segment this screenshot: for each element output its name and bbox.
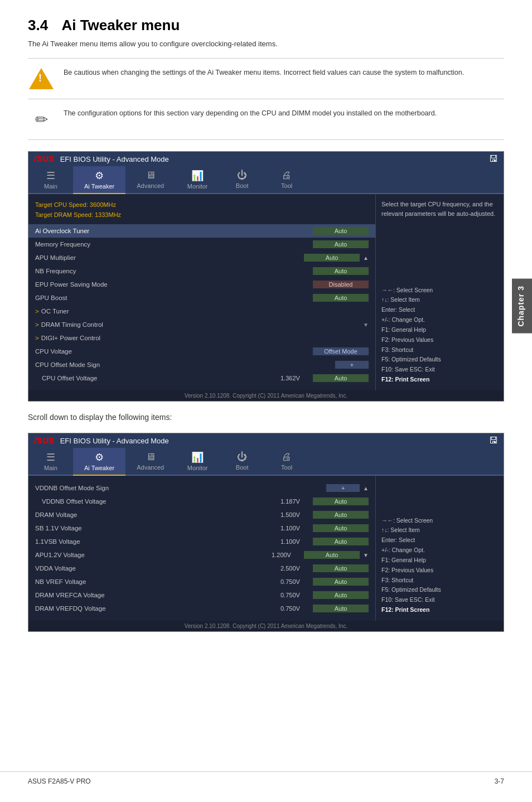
note-icon: ✏	[28, 106, 55, 133]
bios2-item-1vsb-voltage[interactable]: 1.1VSB Voltage 1.100V Auto	[28, 535, 375, 548]
bios2-item-vddnb-voltage[interactable]: VDDNB Offset Voltage 1.187V Auto	[28, 495, 375, 508]
bios-item-dram-timing[interactable]: > DRAM Timing Control ▼	[28, 318, 375, 331]
bios2-item-vddnb-sign[interactable]: VDDNB Offset Mode Sign + ▲	[28, 481, 375, 495]
bios2-item-sb-voltage[interactable]: SB 1.1V Voltage 1.100V Auto	[28, 521, 375, 535]
scroll-label: Scroll down to display the following ite…	[28, 413, 504, 422]
nav-advanced[interactable]: 🖥 Advanced	[125, 166, 175, 193]
bios-item-nb-frequency[interactable]: NB Frequency Auto	[28, 264, 375, 278]
nav-boot[interactable]: ⏻ Boot	[220, 166, 264, 193]
bios2-nav-monitor[interactable]: 📊 Monitor	[175, 448, 220, 475]
bios-item-memory-frequency[interactable]: Memory Frequency Auto	[28, 238, 375, 251]
bios-footer-2: Version 2.10.1208. Copyright (C) 2011 Am…	[28, 621, 504, 631]
bios2-main-content: VDDNB Offset Mode Sign + ▲ VDDNB Offset …	[28, 476, 504, 621]
bios2-menu-left: VDDNB Offset Mode Sign + ▲ VDDNB Offset …	[28, 476, 375, 621]
bios2-menu-items: VDDNB Offset Mode Sign + ▲ VDDNB Offset …	[28, 481, 375, 615]
bios2-titlebar: /SUS EFI BIOS Utility - Advanced Mode 🖫	[28, 433, 504, 448]
bios2-nav-advanced[interactable]: 🖥 Advanced	[125, 448, 175, 475]
note-notice: ✏ The configuration options for this sec…	[28, 99, 504, 140]
bios2-item-apu12v[interactable]: APU1.2V Voltage 1.200V Auto ▼	[28, 548, 375, 562]
bios-item-cpu-offset-voltage[interactable]: CPU Offset Voltage 1.362V Auto	[28, 371, 375, 385]
bios-main-content: Target CPU Speed: 3600MHz Target DRAM Sp…	[28, 194, 504, 390]
bios2-item-dram-vrefdq[interactable]: DRAM VREFDQ Voltage 0.750V Auto	[28, 602, 375, 615]
footer-right: 3-7	[495, 777, 504, 785]
warning-text: Be cautious when changing the settings o…	[64, 65, 464, 78]
bios-titlebar: /SUS EFI BIOS Utility - Advanced Mode 🖫	[28, 152, 504, 166]
bios-content-row: Ai Overclock Tuner Auto Memory Frequency…	[28, 224, 375, 385]
bios2-item-vdda[interactable]: VDDA Voltage 2.500V Auto	[28, 562, 375, 575]
target-dram-speed: Target DRAM Speed: 1333MHz	[28, 210, 375, 220]
bios2-item-nb-vref[interactable]: NB VREF Voltage 0.750V Auto	[28, 575, 375, 588]
bios-footer-1: Version 2.10.1208. Copyright (C) 2011 Am…	[28, 390, 504, 401]
nav-main[interactable]: ☰ Main	[28, 166, 73, 193]
bios2-nav-main[interactable]: ☰ Main	[28, 448, 73, 475]
bios-help: →←: Select Screen ↑↓: Select Item Enter:…	[381, 286, 498, 385]
bios2-asus-logo: /SUS	[34, 436, 55, 445]
bios2-nav-tool[interactable]: 🖨 Tool	[264, 448, 309, 475]
bios-menu-items: Ai Overclock Tuner Auto Memory Frequency…	[28, 224, 375, 385]
bios-item-cpu-voltage[interactable]: CPU Voltage Offset Mode	[28, 345, 375, 358]
bios2-item-dram-vrefca[interactable]: DRAM VREFCA Voltage 0.750V Auto	[28, 588, 375, 602]
bios-item-cpu-offset-sign[interactable]: CPU Offset Mode Sign +	[28, 358, 375, 371]
warning-notice: Be cautious when changing the settings o…	[28, 58, 504, 99]
section-description: The Ai Tweaker menu items allow you to c…	[28, 40, 504, 48]
bios2-help: →←: Select Screen ↑↓: Select Item Enter:…	[381, 516, 498, 615]
usb-icon: 🖫	[489, 154, 498, 164]
bios2-usb-icon: 🖫	[489, 436, 498, 446]
nav-monitor[interactable]: 📊 Monitor	[175, 166, 220, 193]
bios-right-panel: Select the target CPU frequency, and the…	[375, 194, 504, 390]
asus-logo: /SUS	[34, 154, 55, 163]
bios2-title: EFI BIOS Utility - Advanced Mode	[60, 437, 169, 445]
bios-screenshot-1: /SUS EFI BIOS Utility - Advanced Mode 🖫 …	[28, 151, 504, 402]
bios-item-oc-tuner[interactable]: > OC Tuner	[28, 305, 375, 318]
bios-item-digi-power[interactable]: > DIGI+ Power Control	[28, 331, 375, 345]
bios-screenshot-2: /SUS EFI BIOS Utility - Advanced Mode 🖫 …	[28, 433, 504, 632]
chapter-sidebar: Chapter 3	[512, 279, 532, 334]
bios-item-ai-overclock[interactable]: Ai Overclock Tuner Auto	[28, 224, 375, 238]
bios2-nav-ai-tweaker[interactable]: ⚙ Ai Tweaker	[73, 448, 125, 476]
footer-left: ASUS F2A85-V PRO	[28, 777, 91, 785]
bios-menu-left: Target CPU Speed: 3600MHz Target DRAM Sp…	[28, 194, 375, 390]
warning-icon	[28, 65, 55, 92]
bios-item-gpu-boost[interactable]: GPU Boost Auto	[28, 291, 375, 305]
target-cpu-speed: Target CPU Speed: 3600MHz	[28, 200, 375, 210]
nav-tool[interactable]: 🖨 Tool	[264, 166, 309, 193]
bios-right-info: Select the target CPU frequency, and the…	[381, 200, 498, 218]
bios2-item-dram-voltage[interactable]: DRAM Voltage 1.500V Auto	[28, 508, 375, 521]
bios2-nav: ☰ Main ⚙ Ai Tweaker 🖥 Advanced 📊 Monitor…	[28, 448, 504, 476]
bios2-right-panel: →←: Select Screen ↑↓: Select Item Enter:…	[375, 476, 504, 621]
bios-nav: ☰ Main ⚙ Ai Tweaker 🖥 Advanced 📊 Monitor…	[28, 166, 504, 194]
bios-item-epu-power[interactable]: EPU Power Saving Mode Disabled	[28, 278, 375, 291]
bios-item-apu-multiplier[interactable]: APU Multiplier Auto ▲	[28, 251, 375, 264]
bios-title: EFI BIOS Utility - Advanced Mode	[60, 155, 169, 163]
section-title: 3.4 Ai Tweaker menu	[28, 17, 504, 34]
nav-ai-tweaker[interactable]: ⚙ Ai Tweaker	[73, 166, 125, 194]
note-text: The configuration options for this secti…	[64, 106, 437, 119]
page-footer: ASUS F2A85-V PRO 3-7	[0, 771, 532, 791]
bios2-nav-boot[interactable]: ⏻ Boot	[220, 448, 264, 475]
